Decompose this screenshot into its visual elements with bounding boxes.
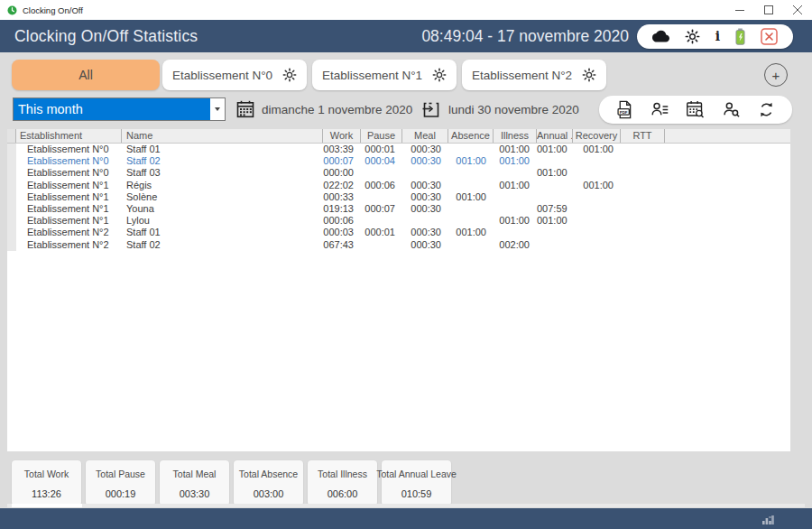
- stats-grid-icon[interactable]: [762, 514, 774, 524]
- cell-establishment: Etablissement N°1: [16, 180, 122, 191]
- window-title: Clocking On/Off: [23, 5, 83, 15]
- add-establishment-button[interactable]: +: [764, 63, 788, 87]
- period-select[interactable]: This month: [13, 97, 226, 121]
- cell-establishment: Etablissement N°0: [16, 155, 122, 167]
- page-title: Clocking On/Off Statistics: [14, 27, 198, 46]
- calendar-end-icon[interactable]: [422, 100, 441, 118]
- refresh-icon[interactable]: [757, 100, 776, 119]
- minimize-button[interactable]: [725, 0, 754, 20]
- cell-meal: 000:30: [402, 227, 448, 238]
- cell-rtt: [621, 215, 665, 227]
- tab-establishment-label: Etablissement N°1: [322, 69, 422, 82]
- row-header[interactable]: [7, 191, 16, 203]
- cell-name: Staff 02: [122, 239, 323, 251]
- row-header[interactable]: [7, 227, 16, 238]
- staff-search-icon[interactable]: [722, 100, 741, 119]
- row-header[interactable]: [7, 180, 16, 191]
- chevron-down-icon[interactable]: [210, 98, 225, 120]
- exit-icon[interactable]: [761, 28, 778, 45]
- cell-pause: 000:01: [361, 144, 402, 155]
- cell-absence: [448, 215, 494, 227]
- table-row[interactable]: Etablissement N°1 Régis 022:02 000:06 00…: [7, 180, 790, 191]
- col-meal[interactable]: Meal: [402, 129, 448, 143]
- cell-filler: [665, 215, 790, 227]
- table-row[interactable]: Etablissement N°2 Staff 01 000:03 000:01…: [7, 227, 790, 238]
- pdf-export-icon[interactable]: PDF: [615, 100, 634, 119]
- row-header[interactable]: [7, 239, 16, 251]
- total-label: Total Annual Leave: [376, 469, 457, 479]
- start-date[interactable]: dimanche 1 novembre 2020: [262, 103, 412, 116]
- totals-scrollbar-thumb[interactable]: [12, 504, 82, 507]
- end-date[interactable]: lundi 30 novembre 2020: [448, 103, 579, 116]
- tab-all[interactable]: All: [12, 60, 160, 90]
- table-row[interactable]: Etablissement N°1 Youna 019:13 000:07 00…: [7, 203, 790, 215]
- row-header[interactable]: [7, 144, 16, 155]
- app-clock-icon: [7, 5, 17, 15]
- cell-pause: 000:06: [361, 180, 402, 191]
- tab-establishment[interactable]: Etablissement N°2: [462, 60, 606, 90]
- tab-establishment[interactable]: Etablissement N°0: [162, 60, 307, 90]
- cell-illness: 001:00: [494, 180, 537, 191]
- row-header[interactable]: [7, 203, 16, 215]
- col-work[interactable]: Work: [323, 129, 361, 143]
- table-row[interactable]: Etablissement N°0 Staff 02 000:07 000:04…: [7, 155, 790, 167]
- calendar-report-icon[interactable]: [686, 100, 705, 119]
- col-establishment[interactable]: Establishment: [16, 129, 122, 143]
- col-pause[interactable]: Pause: [361, 129, 402, 143]
- col-illness[interactable]: Illness: [494, 129, 537, 143]
- cell-meal: 000:30: [402, 203, 448, 215]
- table-row[interactable]: Etablissement N°0 Staff 03 000:00 001:00: [7, 167, 790, 179]
- settings-icon[interactable]: [685, 29, 700, 44]
- staff-list-icon[interactable]: [651, 100, 669, 119]
- tab-establishment[interactable]: Etablissement N°1: [312, 60, 457, 90]
- table-row[interactable]: Etablissement N°1 Lylou 000:06 001:00 00…: [7, 215, 790, 227]
- calendar-icon[interactable]: [236, 100, 254, 118]
- cell-absence: [448, 203, 494, 215]
- tab-establishment-label: Etablissement N°0: [172, 69, 272, 82]
- cell-meal: [402, 167, 448, 179]
- table-row[interactable]: Etablissement N°0 Staff 01 003:39 000:01…: [7, 144, 790, 155]
- action-icon-pill: PDF: [599, 96, 792, 124]
- col-absence[interactable]: Absence: [448, 129, 494, 143]
- cell-recovery: [573, 167, 621, 179]
- col-name[interactable]: Name: [122, 129, 323, 143]
- table-row[interactable]: Etablissement N°1 Solène 000:33 000:30 0…: [7, 191, 790, 203]
- maximize-button[interactable]: [754, 0, 783, 20]
- cell-meal: 000:30: [402, 239, 448, 251]
- total-value: 113:26: [32, 488, 61, 499]
- gear-icon[interactable]: [582, 68, 596, 82]
- cell-establishment: Etablissement N°0: [16, 167, 122, 179]
- col-rtt[interactable]: RTT: [621, 129, 665, 143]
- cell-annual: [537, 239, 573, 251]
- cell-absence: [448, 144, 494, 155]
- cell-recovery: [573, 227, 621, 238]
- totals-scrollbar-track[interactable]: [7, 504, 805, 507]
- app-header: Clocking On/Off Statistics 08:49:04 - 17…: [0, 20, 812, 52]
- row-header[interactable]: [7, 215, 16, 227]
- total-box: Total Illness 006:00: [308, 460, 377, 506]
- row-header[interactable]: [7, 167, 16, 179]
- info-icon[interactable]: i: [715, 30, 720, 42]
- cell-rtt: [621, 203, 665, 215]
- total-box: Total Meal 003:30: [160, 460, 229, 506]
- table-row[interactable]: Etablissement N°2 Staff 02 067:43 000:30…: [7, 239, 790, 251]
- cell-filler: [665, 239, 790, 251]
- col-annual[interactable]: Annual ...: [537, 129, 573, 143]
- totals-row: Total Work 113:26 Total Pause 000:19 Tot…: [12, 460, 451, 506]
- close-button[interactable]: [783, 0, 812, 20]
- cell-annual: [537, 227, 573, 238]
- cell-annual: 001:00: [537, 144, 573, 155]
- cell-work: 000:03: [323, 227, 361, 238]
- cell-absence: 001:00: [448, 227, 494, 238]
- col-recovery[interactable]: Recovery: [573, 129, 621, 143]
- cell-establishment: Etablissement N°1: [16, 191, 122, 203]
- cell-work: 000:07: [323, 155, 361, 167]
- cloud-icon[interactable]: [652, 30, 669, 43]
- cell-annual: 001:00: [537, 215, 573, 227]
- cell-illness: [494, 227, 537, 238]
- tabs-row: All Etablissement N°0: [0, 60, 812, 90]
- gear-icon[interactable]: [282, 68, 297, 82]
- gear-icon[interactable]: [432, 68, 447, 82]
- cell-recovery: 001:00: [573, 180, 621, 191]
- row-header[interactable]: [7, 155, 16, 167]
